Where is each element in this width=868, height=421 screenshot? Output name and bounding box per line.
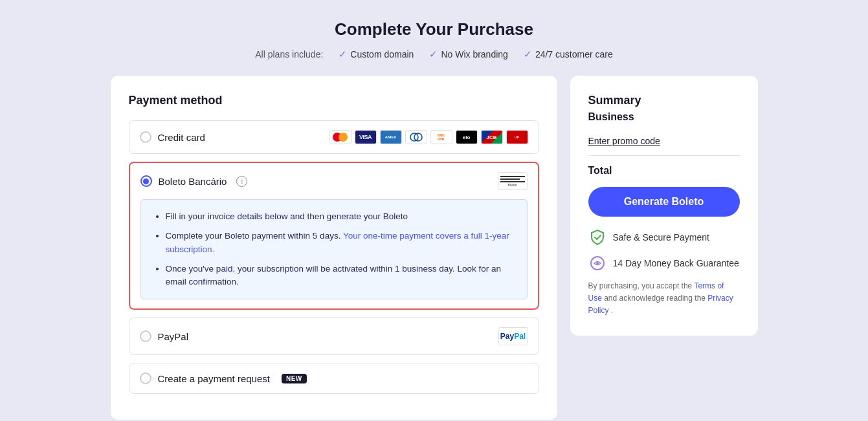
mastercard-icon [329,130,351,144]
feature-custom-domain: ✓ Custom domain [339,49,414,60]
feature-customer-care: ✓ 24/7 customer care [524,49,613,60]
boleto-row: Boleto Bancário i Boleto [140,172,528,190]
plans-bar-label: All plans include: [255,49,323,59]
boleto-bullet-2: Complete your Boleto payment within 5 da… [166,230,514,256]
check-icon-2: ✓ [429,49,438,60]
amex-icon: AMEX [380,130,402,144]
check-icon-1: ✓ [339,49,347,60]
new-badge: NEW [282,374,307,383]
main-content: Payment method Credit card VISA AMEX [111,76,758,420]
feature-no-branding-label: No Wix branding [441,49,508,59]
paypal-left: PayPal [140,330,189,342]
credit-card-label: Credit card [158,132,205,143]
summary-divider [588,155,740,156]
summary-title: Summary [588,94,740,107]
credit-card-radio[interactable] [140,131,151,143]
boleto-radio[interactable] [140,175,152,187]
paypal-radio[interactable] [140,330,151,342]
summary-plan: Business [588,111,740,123]
payment-panel: Payment method Credit card VISA AMEX [111,76,557,420]
request-left: Create a payment request NEW [140,372,307,384]
payment-option-credit-card[interactable]: Credit card VISA AMEX [129,120,539,154]
request-label: Create a payment request [158,373,270,384]
boleto-label: Boleto Bancário [159,176,227,187]
diners-icon [405,130,427,144]
elo-icon: elo [456,130,478,144]
boleto-info-box: Fill in your invoice details below and t… [140,199,528,299]
feature-customer-care-label: 24/7 customer care [535,49,613,59]
payment-option-paypal[interactable]: PayPal PayPal [129,318,539,355]
request-radio[interactable] [140,372,151,384]
jcb-icon: JCB [481,130,503,144]
boleto-bullet-3: Once you've paid, your subscription will… [166,263,514,289]
paypal-logo-icon: PayPal [498,327,528,345]
unionpay-icon: UP [506,130,528,144]
request-row: Create a payment request NEW [140,372,528,384]
summary-panel: Summary Business Enter promo code Total … [570,76,758,336]
boleto-info-icon[interactable]: i [236,176,247,187]
visa-icon: VISA [355,130,377,144]
discover-icon: DISCOVR [430,130,452,144]
boleto-left: Boleto Bancário i [140,175,248,187]
feature-no-branding: ✓ No Wix branding [429,49,508,60]
total-label: Total [588,165,740,177]
card-icons: VISA AMEX DISCOVR elo JCB UP [329,130,528,144]
guarantee-item: 14 Day Money Back Guarantee [588,254,740,272]
credit-card-left: Credit card [140,131,205,143]
generate-boleto-button[interactable]: Generate Boleto [588,187,740,217]
boleto-barcode-icon: Boleto [498,172,528,190]
promo-code-link[interactable]: Enter promo code [588,136,740,146]
tos-text: By purchasing, you accept the Terms of U… [588,280,740,318]
feature-custom-domain-label: Custom domain [350,49,414,59]
guarantee-label: 14 Day Money Back Guarantee [613,258,739,268]
boleto-bullet-1: Fill in your invoice details below and t… [166,210,514,223]
payment-option-request[interactable]: Create a payment request NEW [129,363,539,394]
paypal-label: PayPal [158,331,189,342]
paypal-row: PayPal PayPal [140,327,528,345]
guarantee-icon [588,254,606,272]
page-title: Complete Your Purchase [335,19,533,39]
payment-section-title: Payment method [129,94,539,107]
secure-payment-item: Safe & Secure Payment [588,228,740,246]
plans-bar: All plans include: ✓ Custom domain ✓ No … [255,49,612,60]
payment-option-boleto[interactable]: Boleto Bancário i Boleto Fill in your in… [129,162,539,310]
svg-point-3 [596,262,599,264]
check-icon-3: ✓ [524,49,532,60]
secure-payment-label: Safe & Secure Payment [613,232,709,243]
credit-card-row: Credit card VISA AMEX [140,130,528,144]
shield-secure-icon [588,228,606,246]
